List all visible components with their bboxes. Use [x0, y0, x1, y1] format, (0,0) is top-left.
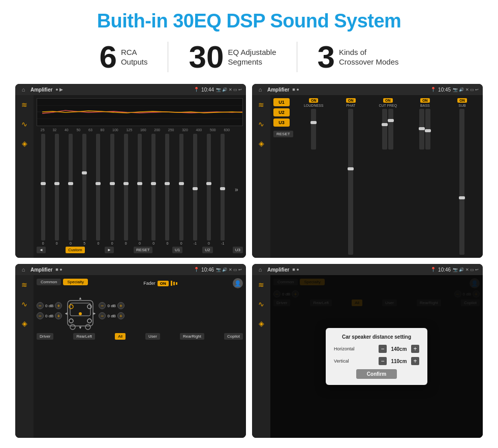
screen-content-tr: ≋ ∿ ◈ U1 U2 U3 RESET	[252, 95, 483, 258]
preset-u2[interactable]: U2	[273, 108, 290, 116]
toggle-bass[interactable]: ON	[420, 98, 430, 103]
vol-minus-fl[interactable]: −	[37, 302, 44, 309]
stat-crossover: 3 Kinds of Crossover Modes	[297, 41, 419, 73]
btn-rearright[interactable]: RearRight	[180, 333, 204, 340]
btn-driver[interactable]: Driver	[37, 333, 53, 340]
eq-slider-1: 0	[50, 134, 63, 245]
vol-minus-rr[interactable]: −	[99, 312, 106, 319]
vol-plus-fr[interactable]: +	[117, 302, 124, 309]
vertical-plus[interactable]: +	[411, 357, 419, 365]
eq-icon-bl[interactable]: ≋	[19, 279, 30, 290]
label-phat: PHAT	[346, 104, 355, 107]
home-icon-tr[interactable]: ⌂	[256, 85, 264, 94]
eq-u1-btn[interactable]: U1	[172, 247, 182, 253]
vol-plus-rr[interactable]: +	[117, 312, 124, 319]
screen-top-right: ⌂ Amplifier ■ ● 📍 10:45 📷 🔊 ✕ ▭ ↩ ≋ ∿ ◈	[252, 84, 483, 258]
speaker-icon-tl[interactable]: ◈	[19, 138, 30, 149]
status-bar-tr: ⌂ Amplifier ■ ● 📍 10:45 📷 🔊 ✕ ▭ ↩	[252, 84, 483, 95]
btn-all[interactable]: All	[115, 333, 126, 340]
status-left-bl: ⌂ Amplifier ■ ●	[19, 265, 63, 274]
wave-icon-bl[interactable]: ∿	[19, 298, 30, 310]
screen-bottom-right: ⌂ Amplifier ■ ● 📍 10:46 📷 🔊 ✕ ▭ ↩ ≋ ∿ ◈	[252, 264, 483, 438]
toggle-phat[interactable]: ON	[346, 98, 356, 103]
app-name-br: Amplifier	[267, 267, 289, 273]
eq-back-btn[interactable]: ◄	[37, 247, 46, 253]
wave-icon-tr[interactable]: ∿	[256, 118, 267, 130]
wave-icon-tl[interactable]: ∿	[19, 118, 30, 130]
tab-common[interactable]: Common	[37, 279, 61, 285]
horizontal-ctrl: − 140cm +	[379, 345, 419, 353]
vertical-value: 110cm	[389, 359, 409, 364]
car-diagram: ▲ ▼ ◄ ►	[65, 290, 96, 331]
page-container: Buith-in 30EQ DSP Sound System 6 RCA Out…	[0, 0, 498, 448]
horizontal-label: Horizontal	[334, 346, 364, 351]
eq-slider-3: 5	[78, 134, 91, 245]
speaker-icon-br[interactable]: ◈	[256, 318, 267, 329]
btn-rearleft[interactable]: RearLeft	[73, 333, 95, 340]
tab-specialty[interactable]: Specialty	[63, 279, 87, 285]
modal-vertical-row: Vertical − 110cm +	[334, 357, 419, 365]
horizontal-minus[interactable]: −	[379, 345, 387, 353]
vol-ctrl-fr: − 0 dB +	[99, 302, 124, 309]
vol-ctrl-rl: − 0 dB +	[37, 312, 62, 319]
btn-copilot[interactable]: Copilot	[224, 333, 243, 340]
confirm-button[interactable]: Confirm	[356, 369, 397, 379]
eq-icon-tl[interactable]: ≋	[19, 99, 30, 110]
vol-plus-fl[interactable]: +	[55, 302, 62, 309]
app-name-bl: Amplifier	[30, 267, 52, 273]
preset-u3[interactable]: U3	[273, 118, 290, 127]
vol-plus-rl[interactable]: +	[55, 312, 62, 319]
eq-icon-tr[interactable]: ≋	[256, 99, 267, 110]
speaker-icon-bl[interactable]: ◈	[19, 318, 30, 329]
home-icon-br[interactable]: ⌂	[256, 265, 264, 274]
time-br: 10:46	[438, 267, 451, 273]
channel-cutfreq: ON CUT FREQ	[370, 98, 406, 255]
svg-point-12	[79, 312, 82, 315]
eq-slider-6: 0	[119, 134, 132, 245]
eq-reset-btn[interactable]: RESET	[134, 247, 152, 253]
toggle-sub[interactable]: ON	[457, 98, 467, 103]
eq-slider-0: 0	[37, 134, 49, 245]
toggle-loudness[interactable]: ON	[309, 98, 319, 103]
profile-icon-bl[interactable]: 👤	[233, 278, 243, 288]
screen-content-tl: ≋ ∿ ◈	[15, 95, 246, 258]
eq-play-btn[interactable]: ►	[105, 247, 114, 253]
time-bl: 10:46	[201, 267, 214, 273]
amp-screen: U1 U2 U3 RESET ON LOUDNESS	[270, 95, 483, 258]
eq-custom-btn[interactable]: Custom	[66, 247, 85, 253]
status-bar-bl: ⌂ Amplifier ■ ● 📍 10:46 📷 🔊 ✕ ▭ ↩	[15, 264, 246, 275]
svg-point-8	[69, 305, 73, 309]
eq-u3-btn[interactable]: U3	[233, 247, 243, 253]
vertical-ctrl: − 110cm +	[379, 357, 419, 365]
wave-icon-br[interactable]: ∿	[256, 298, 267, 310]
home-icon-bl[interactable]: ⌂	[19, 265, 27, 274]
eq-slider-5: 0	[106, 134, 118, 245]
fader-on-btn[interactable]: ON	[158, 281, 169, 286]
speaker-icon-tr[interactable]: ◈	[256, 138, 267, 149]
screen-content-br: ≋ ∿ ◈ Common Specialty 👤	[252, 275, 483, 438]
eq-u2-btn[interactable]: U2	[202, 247, 212, 253]
amp-reset-btn[interactable]: RESET	[273, 131, 293, 137]
distance-modal: Car speaker distance setting Horizontal …	[326, 328, 427, 385]
preset-u1[interactable]: U1	[273, 98, 290, 106]
vol-minus-rl[interactable]: −	[37, 312, 44, 319]
sidebar-bl: ≋ ∿ ◈	[15, 275, 34, 438]
screenshots-grid: ⌂ Amplifier ● ▶ 📍 10:44 📷 🔊 ✕ ▭ ↩ ≋ ∿ ◈	[15, 84, 483, 438]
vol-minus-fr[interactable]: −	[99, 302, 106, 309]
svg-point-7	[85, 324, 90, 330]
eq-slider-9: 0	[161, 134, 174, 245]
app-name-tr: Amplifier	[267, 87, 289, 93]
eq-more: »	[230, 134, 243, 245]
status-right-tr: 📍 10:45 📷 🔊 ✕ ▭ ↩	[430, 87, 479, 93]
stat-number-crossover: 3	[318, 41, 335, 73]
car-svg: ▲ ▼ ◄ ►	[65, 290, 96, 331]
eq-icon-br[interactable]: ≋	[256, 279, 267, 290]
vertical-minus[interactable]: −	[379, 357, 387, 365]
home-icon-tl[interactable]: ⌂	[19, 85, 27, 94]
horizontal-plus[interactable]: +	[411, 345, 419, 353]
btn-user[interactable]: User	[145, 333, 160, 340]
toggle-cutfreq[interactable]: ON	[383, 98, 393, 103]
amp-channels: ON LOUDNESS ON PHAT	[296, 98, 480, 255]
stat-number-eq: 30	[189, 41, 224, 73]
channel-loudness: ON LOUDNESS	[296, 98, 331, 255]
